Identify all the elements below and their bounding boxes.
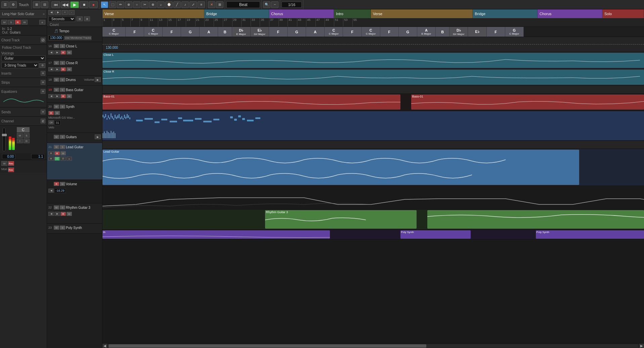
zoom-minus[interactable]: − xyxy=(271,1,278,8)
poly-clip-1[interactable]: th xyxy=(102,230,330,239)
scroll-left-btn[interactable]: ◀ xyxy=(102,344,107,348)
vol-r[interactable]: R xyxy=(54,182,59,186)
voicings-settings[interactable]: ⚙ xyxy=(39,63,45,68)
bass-m[interactable]: M xyxy=(54,88,59,92)
lead-c1[interactable]: ⊕ xyxy=(48,157,54,161)
play-btn[interactable]: ▶ xyxy=(70,1,79,8)
range-tool[interactable]: ⬚ xyxy=(109,1,116,8)
bass-clip-1[interactable]: Bass-01 xyxy=(102,94,400,110)
lead-c3[interactable]: ⊟ xyxy=(60,157,66,161)
rhythm-m[interactable]: M xyxy=(54,205,59,209)
ruler-add-btn[interactable]: + xyxy=(62,10,68,15)
bass-r[interactable]: R xyxy=(60,94,66,98)
rhythm-clip-1[interactable]: Rhythm Guitar 3 xyxy=(265,210,417,229)
ruler-right-btn[interactable]: ▶ xyxy=(55,10,61,15)
lead-m[interactable]: M xyxy=(54,145,59,149)
normalize-btn[interactable]: ⊞ xyxy=(84,16,90,21)
guitars-s[interactable]: S xyxy=(60,135,65,139)
track-r-btn[interactable]: R xyxy=(15,20,21,25)
lead-c2[interactable]: ⊞ xyxy=(54,157,60,161)
rhythm-clip-2[interactable] xyxy=(427,210,644,229)
mute-tool[interactable]: ○ xyxy=(133,1,140,8)
close-l-clip[interactable]: Close L xyxy=(102,53,644,68)
chord-F[interactable]: F xyxy=(487,27,505,37)
mon-btn[interactable]: Rec xyxy=(8,167,14,172)
section-verse[interactable]: Verse xyxy=(102,9,204,18)
close-r-m[interactable]: M xyxy=(54,61,59,65)
ch-c-btn[interactable]: C xyxy=(17,127,30,132)
draw-tool[interactable]: ✏ xyxy=(117,1,124,8)
synth-clip[interactable] xyxy=(102,111,644,140)
guitars-fold[interactable]: ▶ xyxy=(95,134,101,139)
bass-s[interactable]: S xyxy=(60,88,65,92)
track-s-btn[interactable]: S xyxy=(8,20,14,25)
settings-btn[interactable]: ⚙ xyxy=(9,1,17,8)
inserts-add[interactable]: + xyxy=(41,71,45,76)
rhythm-s[interactable]: S xyxy=(60,205,65,209)
close-l-in[interactable]: ◀ xyxy=(48,50,54,54)
chord-F[interactable]: F xyxy=(126,27,144,37)
section-intro[interactable]: Intro xyxy=(334,9,371,18)
guitars-m[interactable]: M xyxy=(54,135,59,139)
rhythm-in[interactable]: ◀ xyxy=(48,212,54,216)
drums-m[interactable]: M xyxy=(54,78,59,82)
sends-add[interactable]: + xyxy=(41,110,45,114)
chord-F[interactable]: F xyxy=(163,27,181,37)
lead-guitar-clip[interactable]: Lead Guitar xyxy=(102,150,579,185)
tempo-value[interactable]: 130.000 xyxy=(48,35,64,40)
eq-add[interactable]: + xyxy=(41,89,45,94)
h-scroll-track[interactable] xyxy=(109,344,638,348)
record-btn[interactable]: ● xyxy=(89,1,98,8)
chord-E♭[interactable]: E♭G# Major xyxy=(251,27,269,37)
chord-A[interactable]: A xyxy=(306,27,325,37)
speaker-tool[interactable]: ♪ xyxy=(181,1,189,8)
track-m-btn[interactable]: M xyxy=(1,20,7,25)
chord-C[interactable]: CC Major xyxy=(325,27,343,37)
bass-in[interactable]: ◀ xyxy=(48,94,54,98)
ruler-remove-btn[interactable]: - xyxy=(69,10,75,15)
zoom-in-btn[interactable]: 🔍 xyxy=(263,1,270,8)
bass-out[interactable]: ▶ xyxy=(54,94,60,98)
chord-A[interactable]: AE Major xyxy=(417,27,436,37)
erase-tool[interactable]: ⊗ xyxy=(125,1,132,8)
app-menu-btn[interactable]: ☰ xyxy=(1,1,9,8)
cursor-tool[interactable]: ↖ xyxy=(101,1,108,8)
section-chorus[interactable]: Chorus xyxy=(538,9,602,18)
bass-w[interactable]: W xyxy=(67,94,72,98)
chord-G[interactable]: GC Major xyxy=(505,27,524,37)
bass-clip-2[interactable]: Bass-01 xyxy=(411,94,644,110)
grid-btn[interactable]: ⊞ xyxy=(33,1,40,8)
synth-w[interactable]: W xyxy=(54,111,60,115)
drums-s[interactable]: S xyxy=(60,78,65,82)
resize-tool[interactable]: ⤢ xyxy=(189,1,197,8)
scroll-right-btn[interactable]: ▶ xyxy=(639,344,644,348)
grid-layout-btn[interactable]: ⊞ xyxy=(216,1,223,8)
section-chorus[interactable]: Chorus xyxy=(269,9,334,18)
line-tool[interactable]: ╱ xyxy=(173,1,181,8)
beat-display[interactable]: Beat xyxy=(226,1,260,8)
chord-C[interactable]: CC Major xyxy=(144,27,163,37)
time-format-dropdown[interactable]: Seconds Bars Timecode xyxy=(48,16,75,22)
section-bridge[interactable]: Bridge xyxy=(473,9,538,18)
synth-s[interactable]: S xyxy=(60,105,65,109)
chord-track-add[interactable]: ⊘ xyxy=(41,38,45,42)
volume-fader[interactable] xyxy=(3,128,5,151)
close-r-clip[interactable]: Close R xyxy=(102,70,644,85)
meter-tool[interactable]: ≡ xyxy=(198,1,205,8)
synth-m[interactable]: M xyxy=(54,105,59,109)
chord-A[interactable]: A xyxy=(200,27,218,37)
chord-B[interactable]: B xyxy=(218,27,232,37)
tracks-area[interactable]: 130.000 Close L Close R xyxy=(102,37,644,343)
h-scroll-thumb[interactable] xyxy=(109,344,426,348)
time-format-btn[interactable]: ⊞ xyxy=(77,16,83,21)
chord-G[interactable]: G xyxy=(399,27,417,37)
ch-d-btn[interactable]: D xyxy=(24,139,30,143)
lead-link[interactable]: ∞ xyxy=(67,157,72,161)
stop-btn[interactable]: ■ xyxy=(80,1,88,8)
chord-C[interactable]: CC Major xyxy=(102,27,126,37)
w-btn[interactable]: W xyxy=(1,161,7,166)
vol-w[interactable]: W xyxy=(60,182,65,186)
close-l-out[interactable]: ▶ xyxy=(54,50,60,54)
vol-in[interactable]: ◀ xyxy=(48,189,54,193)
rhythm-out[interactable]: ▶ xyxy=(54,212,60,216)
